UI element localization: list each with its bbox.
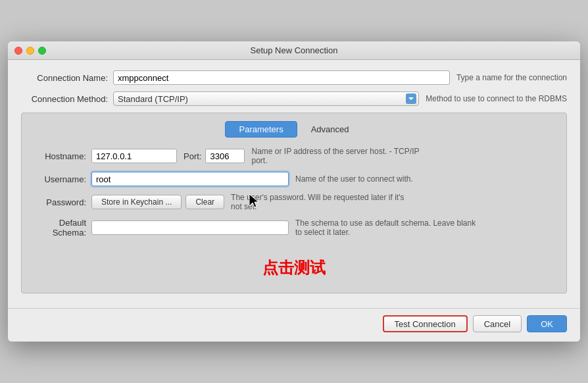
default-schema-input[interactable] — [91, 220, 289, 235]
hostname-input[interactable] — [91, 149, 177, 163]
connection-name-label: Connection Name: — [21, 73, 113, 83]
close-button[interactable] — [14, 47, 22, 55]
test-connection-button[interactable]: Test Connection — [383, 315, 468, 332]
connection-method-select[interactable]: Standard (TCP/IP) — [113, 91, 419, 106]
titlebar: Setup New Connection — [8, 41, 580, 60]
clear-button[interactable]: Clear — [185, 195, 224, 209]
hostname-hint: Name or IP address of the server host. -… — [251, 147, 435, 165]
form-content: Connection Name: Type a name for the con… — [8, 60, 580, 308]
password-hint: The user's password. Will be requested l… — [231, 193, 415, 211]
username-label: Username: — [32, 174, 91, 184]
port-input[interactable] — [205, 149, 245, 163]
default-schema-row: Default Schema: The schema to use as def… — [32, 218, 556, 238]
store-keychain-button[interactable]: Store in Keychain ... — [91, 195, 182, 209]
connection-method-hint: Method to use to connect to the RDBMS — [426, 94, 567, 103]
hostname-row: Hostname: Port: Name or IP address of th… — [32, 147, 556, 165]
username-input[interactable] — [91, 172, 289, 186]
default-schema-hint: The schema to use as default schema. Lea… — [295, 218, 479, 237]
connection-name-input[interactable] — [113, 70, 450, 85]
connection-name-row: Connection Name: Type a name for the con… — [21, 70, 567, 85]
password-label: Password: — [32, 197, 91, 207]
ok-button[interactable]: OK — [527, 315, 567, 332]
password-row: Password: Store in Keychain ... Clear Th… — [32, 193, 556, 211]
connection-method-wrapper: Standard (TCP/IP) — [113, 91, 419, 106]
window-title: Setup New Connection — [251, 45, 338, 55]
tab-parameters[interactable]: Parameters — [225, 121, 297, 138]
default-schema-label: Default Schema: — [32, 218, 91, 238]
minimize-button[interactable] — [26, 47, 34, 55]
tabs: Parameters Advanced — [32, 121, 556, 138]
port-label: Port: — [184, 151, 201, 161]
main-window: Setup New Connection Connection Name: Ty… — [8, 41, 580, 342]
bottom-bar: Test Connection Cancel OK — [8, 308, 580, 342]
connection-method-row: Connection Method: Standard (TCP/IP) Met… — [21, 91, 567, 106]
connection-name-hint: Type a name for the connection — [456, 73, 567, 82]
tab-container: Parameters Advanced Hostname: Port: Name… — [21, 113, 567, 294]
connection-method-label: Connection Method: — [21, 94, 113, 104]
username-row: Username: Name of the user to connect wi… — [32, 172, 556, 186]
hostname-label: Hostname: — [32, 151, 91, 161]
cancel-button[interactable]: Cancel — [473, 315, 522, 332]
watermark-text: 点击测试 — [32, 244, 556, 285]
maximize-button[interactable] — [38, 47, 46, 55]
username-hint: Name of the user to connect with. — [295, 174, 413, 184]
tab-advanced[interactable]: Advanced — [297, 121, 363, 138]
traffic-lights — [14, 47, 46, 55]
